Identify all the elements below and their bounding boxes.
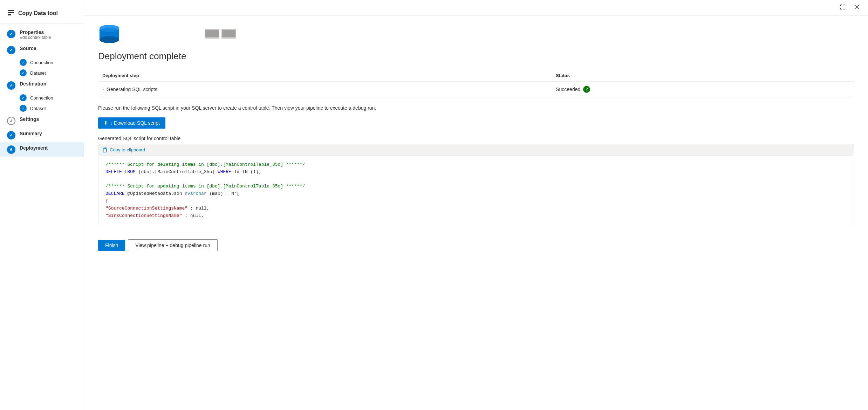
- sidebar-item-dest-connection[interactable]: ✓ Connection: [0, 93, 84, 103]
- code-line-4: DECLARE @UpdatedMetadataJson nvarchar (m…: [105, 190, 847, 198]
- sql-toolbar: Copy to clipboard: [98, 144, 854, 156]
- sql-section-label: Generated SQL script for control table: [98, 136, 854, 141]
- properties-sublabel: Edit control table: [20, 35, 77, 40]
- comment-2: /****** Script for updating items in [db…: [105, 184, 305, 189]
- source-label: Source: [20, 46, 77, 51]
- code-line-5: {: [105, 198, 847, 205]
- download-icon: ⬇: [104, 120, 108, 126]
- plain-source-val: : null,: [190, 206, 210, 211]
- sidebar-item-properties[interactable]: Properties Edit control table: [0, 27, 84, 43]
- dest-storage-icon: [205, 27, 236, 41]
- svg-point-5: [100, 36, 119, 43]
- page-title: Deployment complete: [98, 51, 854, 62]
- svg-rect-11: [222, 30, 235, 37]
- plain-var: @UpdatedMetadataJson: [127, 191, 185, 196]
- step-name: Generating SQL scripts: [107, 87, 157, 92]
- code-line-7: "SinkConnectionSettingsName" : null,: [105, 212, 847, 220]
- svg-rect-1: [8, 12, 14, 13]
- comment-1: /****** Script for deleting items in [db…: [105, 162, 305, 167]
- step-circle-settings: 4: [7, 117, 15, 125]
- svg-point-7: [100, 28, 119, 35]
- step-circle-deployment: 6: [7, 145, 15, 154]
- string-source-key: "SourceConnectionSettingsName": [105, 206, 187, 211]
- step-circle-summary: [7, 131, 15, 139]
- sidebar-item-source-dataset[interactable]: ✓ Dataset: [0, 68, 84, 78]
- plain-assign: = N'[: [226, 191, 239, 196]
- main-header: [84, 0, 868, 16]
- download-btn-label: ↓ Download SQL script: [110, 120, 160, 126]
- status-text: Succeeded: [556, 87, 580, 92]
- plain-delete-table: [dbo].[MainControlTable_35o]: [138, 169, 218, 175]
- keyword-declare: DECLARE: [105, 191, 125, 196]
- sidebar-item-deployment[interactable]: 6 Deployment: [0, 142, 84, 157]
- download-sql-button[interactable]: ⬇ ↓ Download SQL script: [98, 117, 165, 129]
- sub-circle-source-conn: ✓: [20, 59, 27, 66]
- plain-delete-end: Id IN (1);: [234, 169, 261, 175]
- close-button[interactable]: [851, 3, 862, 13]
- table-row: › Generating SQL scripts Succeeded ✓: [98, 81, 854, 97]
- sub-circle-dest-conn: ✓: [20, 94, 27, 101]
- source-dataset-label: Dataset: [30, 70, 46, 76]
- top-icons-area: [98, 24, 854, 44]
- sidebar-item-source[interactable]: Source: [0, 43, 84, 57]
- plain-sink-val: : null,: [185, 213, 204, 218]
- destination-label: Destination: [20, 81, 77, 87]
- plain-brace: {: [105, 198, 108, 204]
- main-content-area: Deployment complete Deployment step Stat…: [84, 16, 868, 410]
- deployment-table: Deployment step Status › Generating SQL …: [98, 70, 854, 97]
- svg-rect-0: [8, 10, 14, 11]
- code-line-3: /****** Script for updating items in [db…: [105, 183, 847, 190]
- sql-code-block: /****** Script for deleting items in [db…: [98, 156, 854, 225]
- code-line-6: "SourceConnectionSettingsName" : null,: [105, 205, 847, 212]
- settings-label: Settings: [20, 116, 77, 122]
- dest-connection-label: Connection: [30, 95, 53, 101]
- sidebar-item-dest-dataset[interactable]: ✓ Dataset: [0, 103, 84, 114]
- step-circle-source: [7, 46, 15, 54]
- source-db-icon: [98, 24, 121, 44]
- svg-rect-13: [103, 148, 107, 152]
- app-title: Copy Data tool: [18, 10, 58, 16]
- status-success-icon: ✓: [583, 86, 590, 93]
- step-circle-destination: [7, 81, 15, 90]
- properties-label: Properties: [20, 29, 77, 35]
- step-number-deployment: 6: [10, 148, 12, 152]
- code-line-1: /****** Script for deleting items in [db…: [105, 161, 847, 169]
- debug-pipeline-button[interactable]: View pipeline + debug pipeline run: [128, 239, 217, 251]
- copy-to-clipboard-button[interactable]: Copy to clipboard: [103, 147, 145, 152]
- step-number-settings: 4: [10, 119, 12, 123]
- source-connection-label: Connection: [30, 60, 53, 65]
- footer-buttons: Finish View pipeline + debug pipeline ru…: [98, 234, 854, 257]
- main-panel: Deployment complete Deployment step Stat…: [84, 0, 868, 410]
- sidebar-item-settings[interactable]: 4 Settings: [0, 114, 84, 128]
- sub-circle-dest-ds: ✓: [20, 105, 27, 112]
- app-title-bar: Copy Data tool: [0, 6, 84, 24]
- keyword-delete: DELETE FROM: [105, 169, 136, 175]
- finish-button[interactable]: Finish: [98, 240, 125, 251]
- deployment-label: Deployment: [20, 145, 77, 151]
- sidebar-item-source-connection[interactable]: ✓ Connection: [0, 57, 84, 68]
- step-cell: › Generating SQL scripts: [98, 81, 552, 97]
- sidebar-item-summary[interactable]: Summary: [0, 128, 84, 142]
- app-icon: [7, 8, 15, 18]
- dest-dataset-label: Dataset: [30, 106, 46, 111]
- clipboard-btn-label: Copy to clipboard: [110, 147, 145, 152]
- sidebar-item-destination[interactable]: Destination: [0, 78, 84, 93]
- plain-max: (max): [209, 191, 223, 196]
- string-sink-key: "SinkConnectionSettingsName": [105, 213, 182, 218]
- keyword-where: WHERE: [218, 169, 231, 175]
- svg-rect-9: [205, 30, 219, 37]
- sub-circle-source-ds: ✓: [20, 69, 27, 76]
- row-expand-icon[interactable]: ›: [102, 87, 104, 92]
- col-header-step: Deployment step: [98, 70, 552, 81]
- col-header-status: Status: [552, 70, 854, 81]
- status-cell: Succeeded ✓: [552, 81, 854, 97]
- code-line-2: DELETE FROM [dbo].[MainControlTable_35o]…: [105, 169, 847, 176]
- expand-button[interactable]: [837, 3, 848, 13]
- sidebar: Copy Data tool Properties Edit control t…: [0, 0, 84, 410]
- svg-rect-2: [8, 14, 11, 15]
- type-nvarchar: nvarchar: [185, 191, 206, 196]
- sql-container: Copy to clipboard /****** Script for del…: [98, 144, 854, 225]
- info-text: Please run the following SQL script in y…: [98, 104, 854, 112]
- summary-label: Summary: [20, 131, 77, 136]
- step-circle-properties: [7, 30, 15, 38]
